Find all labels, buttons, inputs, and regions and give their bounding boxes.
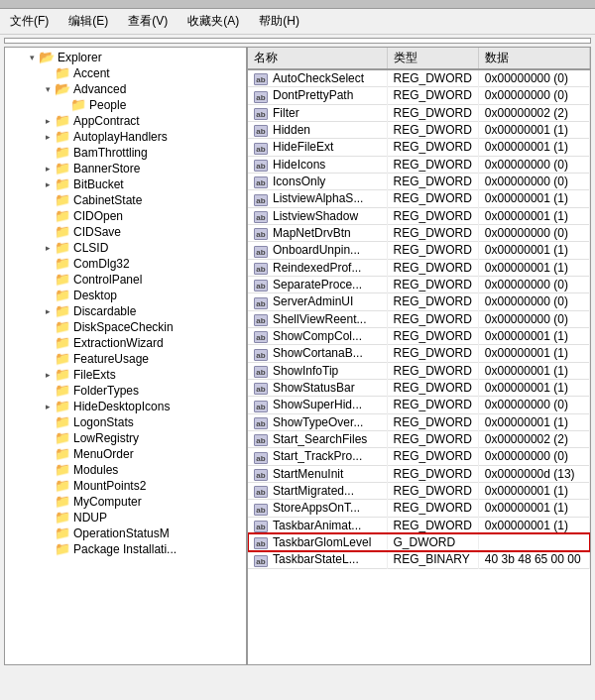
col-header-name[interactable]: 名称 bbox=[248, 48, 387, 69]
registry-row[interactable]: abAutoCheckSelectREG_DWORD0x00000000 (0) bbox=[248, 69, 590, 87]
registry-row[interactable]: abListviewAlphaS...REG_DWORD0x00000001 (… bbox=[248, 190, 590, 207]
expand-arrow[interactable] bbox=[57, 98, 70, 112]
expand-arrow[interactable] bbox=[41, 415, 55, 429]
expand-arrow[interactable] bbox=[41, 304, 55, 318]
registry-row[interactable]: abTaskbarGlomLevelG_DWORD bbox=[248, 533, 590, 550]
registry-row[interactable]: abShowCortanaB...REG_DWORD0x00000001 (1) bbox=[248, 345, 590, 362]
registry-row[interactable]: abHideFileExtREG_DWORD0x00000001 (1) bbox=[248, 139, 590, 156]
tree-item-advanced[interactable]: Advanced bbox=[5, 81, 246, 97]
menu-item[interactable]: 查看(V) bbox=[122, 11, 174, 32]
tree-item-fileexts[interactable]: FileExts bbox=[5, 367, 246, 383]
menu-item[interactable]: 文件(F) bbox=[4, 11, 55, 32]
registry-row[interactable]: abListviewShadowREG_DWORD0x00000001 (1) bbox=[248, 207, 590, 224]
expand-arrow[interactable] bbox=[41, 320, 55, 334]
registry-row[interactable]: abTaskbarStateL...REG_BINARY40 3b 48 65 … bbox=[248, 551, 590, 568]
tree-item-desktop[interactable]: Desktop bbox=[5, 288, 246, 303]
expand-arrow[interactable] bbox=[25, 51, 39, 64]
expand-arrow[interactable] bbox=[41, 225, 55, 239]
tree-item-bitbucket[interactable]: BitBucket bbox=[5, 176, 246, 192]
expand-arrow[interactable] bbox=[41, 177, 55, 191]
tree-item-bannerstore[interactable]: BannerStore bbox=[5, 161, 246, 176]
tree-item-comdlg32[interactable]: ComDlg32 bbox=[5, 256, 246, 272]
expand-arrow[interactable] bbox=[41, 463, 55, 477]
tree-item-discardable[interactable]: Discardable bbox=[5, 303, 246, 319]
tree-item-explorer[interactable]: Explorer bbox=[5, 50, 246, 65]
expand-arrow[interactable] bbox=[41, 495, 55, 509]
expand-arrow[interactable] bbox=[41, 289, 55, 302]
tree-item-clsid[interactable]: CLSID bbox=[5, 240, 246, 256]
expand-arrow[interactable] bbox=[41, 336, 55, 350]
expand-arrow[interactable] bbox=[41, 162, 55, 175]
registry-row[interactable]: abServerAdminUIREG_DWORD0x00000000 (0) bbox=[248, 293, 590, 310]
registry-row[interactable]: abSeparateProce...REG_DWORD0x00000000 (0… bbox=[248, 276, 590, 292]
registry-row[interactable]: abShowStatusBarREG_DWORD0x00000001 (1) bbox=[248, 379, 590, 396]
registry-row[interactable]: abFilterREG_DWORD0x00000002 (2) bbox=[248, 104, 590, 121]
registry-row[interactable]: abShowCompCol...REG_DWORD0x00000001 (1) bbox=[248, 327, 590, 344]
tree-item-ndup[interactable]: NDUP bbox=[5, 510, 246, 525]
registry-row[interactable]: abStartMigrated...REG_DWORD0x00000001 (1… bbox=[248, 482, 590, 499]
tree-item-modules[interactable]: Modules bbox=[5, 462, 246, 478]
menu-item[interactable]: 编辑(E) bbox=[62, 11, 114, 32]
expand-arrow[interactable] bbox=[41, 479, 55, 493]
expand-arrow[interactable] bbox=[41, 146, 55, 160]
tree-item-diskspacechecking[interactable]: DiskSpaceCheckin bbox=[5, 319, 246, 335]
expand-arrow[interactable] bbox=[41, 431, 55, 445]
tree-item-autoplayhandlers[interactable]: AutoplayHandlers bbox=[5, 129, 246, 145]
expand-arrow[interactable] bbox=[41, 447, 55, 461]
expand-arrow[interactable] bbox=[41, 352, 55, 366]
tree-item-bamthrottling[interactable]: BamThrottling bbox=[5, 145, 246, 161]
registry-row[interactable]: abStartMenuInitREG_DWORD0x0000000d (13) bbox=[248, 465, 590, 482]
registry-row[interactable]: abOnboardUnpin...REG_DWORD0x00000001 (1) bbox=[248, 242, 590, 259]
expand-arrow[interactable] bbox=[41, 193, 55, 207]
registry-row[interactable]: abStoreAppsOnT...REG_DWORD0x00000001 (1) bbox=[248, 500, 590, 517]
tree-item-people[interactable]: People bbox=[5, 97, 246, 113]
registry-row[interactable]: abHideIconsREG_DWORD0x00000000 (0) bbox=[248, 156, 590, 173]
tree-item-cidsave[interactable]: CIDSave bbox=[5, 224, 246, 240]
tree-panel[interactable]: ExplorerAccentAdvancedPeopleAppContractA… bbox=[5, 48, 248, 664]
tree-item-accent[interactable]: Accent bbox=[5, 65, 246, 81]
tree-item-foldertypes[interactable]: FolderTypes bbox=[5, 383, 246, 399]
expand-arrow[interactable] bbox=[41, 257, 55, 271]
registry-row[interactable]: abHiddenREG_DWORD0x00000001 (1) bbox=[248, 121, 590, 138]
registry-row[interactable]: abMapNetDrvBtnREG_DWORD0x00000000 (0) bbox=[248, 224, 590, 241]
registry-row[interactable]: abShowInfoTipREG_DWORD0x00000001 (1) bbox=[248, 362, 590, 379]
tree-item-operationstatusm[interactable]: OperationStatusM bbox=[5, 525, 246, 541]
tree-item-appcontract[interactable]: AppContract bbox=[5, 113, 246, 129]
expand-arrow[interactable] bbox=[41, 130, 55, 144]
registry-row[interactable]: abTaskbarAnimat...REG_DWORD0x00000001 (1… bbox=[248, 517, 590, 533]
col-header-data[interactable]: 数据 bbox=[478, 48, 589, 69]
registry-row[interactable]: abStart_SearchFilesREG_DWORD0x00000002 (… bbox=[248, 430, 590, 447]
expand-arrow[interactable] bbox=[41, 368, 55, 382]
expand-arrow[interactable] bbox=[41, 542, 55, 556]
registry-row[interactable]: abStart_TrackPro...REG_DWORD0x00000000 (… bbox=[248, 448, 590, 465]
tree-item-packageinstallati[interactable]: Package Installati... bbox=[5, 541, 246, 557]
expand-arrow[interactable] bbox=[41, 526, 55, 540]
expand-arrow[interactable] bbox=[41, 209, 55, 223]
tree-item-mycomputer[interactable]: MyComputer bbox=[5, 494, 246, 510]
menu-item[interactable]: 收藏夹(A) bbox=[181, 11, 245, 32]
registry-row[interactable]: abIconsOnlyREG_DWORD0x00000000 (0) bbox=[248, 173, 590, 189]
expand-arrow[interactable] bbox=[41, 114, 55, 128]
tree-item-controlpanel[interactable]: ControlPanel bbox=[5, 272, 246, 288]
registry-row[interactable]: abDontPrettyPathREG_DWORD0x00000000 (0) bbox=[248, 87, 590, 104]
registry-row[interactable]: abShowSuperHid...REG_DWORD0x00000000 (0) bbox=[248, 397, 590, 413]
registry-row[interactable]: abShowTypeOver...REG_DWORD0x00000001 (1) bbox=[248, 413, 590, 430]
expand-arrow[interactable] bbox=[41, 400, 55, 413]
registry-panel[interactable]: 名称 类型 数据 abAutoCheckSelectREG_DWORD0x000… bbox=[248, 48, 590, 664]
tree-item-menuorder[interactable]: MenuOrder bbox=[5, 446, 246, 462]
expand-arrow[interactable] bbox=[41, 384, 55, 398]
expand-arrow[interactable] bbox=[41, 241, 55, 255]
registry-row[interactable]: abReindexedProf...REG_DWORD0x00000001 (1… bbox=[248, 259, 590, 276]
tree-item-cabinetstate[interactable]: CabinetState bbox=[5, 192, 246, 208]
expand-arrow[interactable] bbox=[41, 82, 55, 96]
tree-item-mountpoints2[interactable]: MountPoints2 bbox=[5, 478, 246, 494]
registry-row[interactable]: abShellViewReent...REG_DWORD0x00000000 (… bbox=[248, 310, 590, 327]
expand-arrow[interactable] bbox=[41, 273, 55, 287]
tree-item-lowregistry[interactable]: LowRegistry bbox=[5, 430, 246, 446]
expand-arrow[interactable] bbox=[41, 66, 55, 80]
tree-item-featureusage[interactable]: FeatureUsage bbox=[5, 351, 246, 367]
tree-item-logonstats[interactable]: LogonStats bbox=[5, 414, 246, 430]
menu-item[interactable]: 帮助(H) bbox=[253, 11, 305, 32]
expand-arrow[interactable] bbox=[41, 511, 55, 525]
tree-item-hidedesktopicons[interactable]: HideDesktopIcons bbox=[5, 399, 246, 414]
